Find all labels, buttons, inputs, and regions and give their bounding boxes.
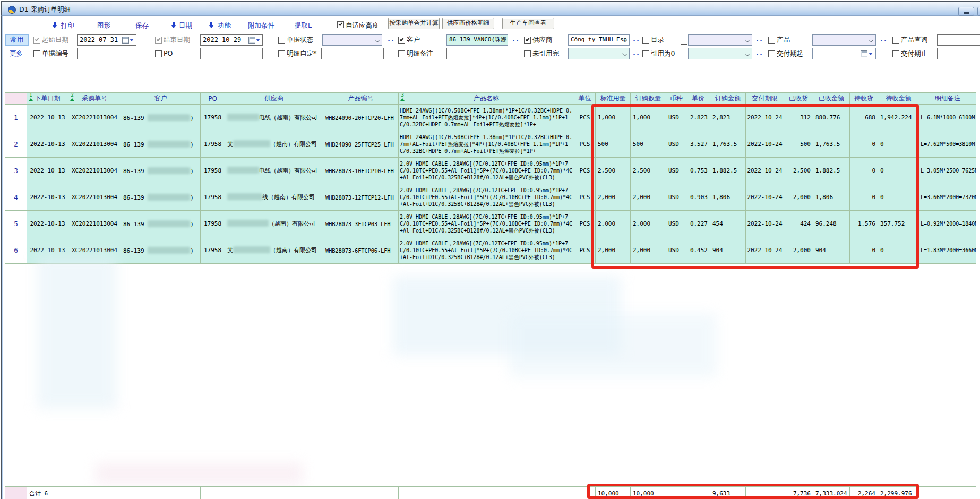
toolbar-button-2[interactable]: 供应商价格明细 (442, 18, 494, 29)
supplier-combo[interactable]: Công ty TNHH Esp (568, 34, 630, 46)
sort-indicator: 1 (28, 93, 33, 101)
fit-height-checkbox[interactable] (337, 21, 344, 28)
column-header[interactable]: 已收货 (784, 93, 813, 105)
start-date-checkbox[interactable] (33, 37, 40, 44)
totals-cell (201, 487, 225, 499)
sort-indicator: 3 (400, 93, 405, 101)
doc-status-combo[interactable] (322, 34, 382, 46)
not-ref-done-combo[interactable] (568, 48, 630, 59)
menu-item-3[interactable]: 保存 (135, 21, 149, 30)
detail-remark-checkbox[interactable] (398, 50, 405, 57)
column-header[interactable]: 币种 (666, 93, 686, 105)
cell-order-no: XC20221013004 (68, 105, 121, 131)
deliver-to-checkbox[interactable] (892, 50, 899, 57)
doc-status-checkbox[interactable] (278, 37, 285, 44)
header-label: PO (208, 95, 217, 102)
minimize-icon (964, 12, 969, 14)
totals-cell (399, 487, 574, 499)
cell-product-code: WHB28073-12FTCP12-LFH (323, 184, 399, 211)
header-label: 标准用量 (600, 94, 626, 102)
cell-remark: L=0.92M*2000=1840M (919, 211, 976, 237)
product-checkbox[interactable] (768, 37, 775, 44)
maximize-button[interactable] (977, 7, 980, 16)
detail-custom-input[interactable] (321, 48, 384, 59)
deliver-to-input[interactable] (937, 48, 980, 59)
customer-checkbox[interactable] (398, 37, 405, 44)
cell-order-no: XC20221013004 (68, 158, 121, 184)
column-header[interactable]: 订购数量 (631, 93, 666, 105)
column-header[interactable]: 3产品名称 (399, 93, 574, 105)
column-header[interactable]: 单位 (574, 93, 596, 105)
header-label: 待收货 (854, 94, 873, 102)
doc-no-input[interactable] (77, 48, 136, 59)
column-header[interactable]: 标准用量 (596, 93, 631, 105)
browse-dots[interactable]: .. (756, 49, 763, 57)
browse-dots[interactable]: .. (756, 35, 763, 43)
end-date-input[interactable]: 2022-10-29 (200, 34, 263, 46)
column-header[interactable]: 供应商 (225, 93, 323, 105)
minimize-button[interactable] (958, 7, 974, 16)
catalog-combo[interactable] (688, 34, 752, 46)
deliver-from-input[interactable] (812, 48, 876, 59)
column-header[interactable]: PO (201, 93, 225, 105)
menu-item-1[interactable]: 打印 (61, 21, 74, 30)
menu-item-6[interactable]: 附加条件 (248, 21, 274, 30)
menu-item-7[interactable]: 提取E (295, 21, 312, 30)
po-checkbox[interactable] (155, 50, 162, 57)
browse-dots[interactable]: .. (388, 35, 395, 43)
browse-dots[interactable]: .. (512, 35, 520, 43)
column-header[interactable]: 2采购单号 (68, 93, 121, 105)
ref-zero-combo[interactable] (688, 48, 752, 59)
column-header[interactable]: 已收金额 (813, 93, 850, 105)
highlight-rect-main (591, 104, 919, 269)
column-header[interactable]: 产品编号 (323, 93, 399, 105)
sort-arrow-icon (400, 98, 405, 101)
menu-item-2[interactable]: 图形 (97, 21, 110, 30)
browse-dots[interactable]: .. (880, 35, 888, 43)
column-header[interactable]: 明细备注 (919, 93, 976, 105)
chevron-down-icon (869, 38, 873, 42)
catalog-checkbox[interactable] (642, 37, 649, 44)
po-input[interactable] (200, 48, 263, 59)
not-ref-done-checkbox[interactable] (524, 50, 531, 57)
customer-combo[interactable]: 86-139 VANCO(珠海 (446, 34, 508, 46)
menu-item-4[interactable]: 日期 (179, 21, 192, 30)
column-header[interactable]: 客户 (121, 93, 201, 105)
redaction-smudge (148, 247, 190, 254)
browse-dots[interactable]: .. (633, 49, 640, 57)
cell-product-name: 2.0V HDMI CABLE，28AWG[(7C/0.12TC+FPE ID:… (399, 158, 574, 184)
cell-order-no: XC20221013004 (68, 184, 121, 211)
deliver-from-checkbox[interactable] (768, 50, 775, 57)
supplier-checkbox[interactable] (524, 37, 531, 44)
toolbar-button-1[interactable]: 按采购单合并计算 (388, 18, 440, 29)
title-bar: D1-采购订单明细 (1, 1, 980, 16)
column-header[interactable]: 1下单日期 (27, 93, 68, 105)
start-date-input[interactable]: 2022-07-31 (77, 34, 136, 46)
browse-dots[interactable]: .. (633, 35, 640, 43)
common-button[interactable]: 常用 (5, 34, 29, 46)
column-header[interactable]: 待收货 (850, 93, 878, 105)
end-date-checkbox[interactable] (155, 37, 162, 44)
doc-no-checkbox[interactable] (33, 50, 40, 57)
cell-po: 17958 (201, 184, 225, 211)
column-header[interactable]: 交付期限 (746, 93, 784, 105)
product-combo[interactable] (812, 34, 876, 46)
product-query-input[interactable] (937, 34, 980, 46)
more-button[interactable]: 更多 (10, 49, 23, 58)
cell-supplier: 电线（越南）有限公司 (225, 105, 323, 131)
column-header[interactable]: 单价 (686, 93, 710, 105)
ref-zero-checkbox[interactable] (642, 50, 649, 57)
column-header[interactable]: - (5, 93, 27, 105)
column-header[interactable]: 待收金额 (878, 93, 919, 105)
menu-item-5[interactable]: 功能 (218, 21, 231, 30)
sort-arrow-icon (70, 98, 74, 101)
detail-remark-input[interactable] (446, 48, 508, 59)
redaction-smudge (233, 140, 270, 147)
header-label: 币种 (670, 94, 683, 102)
catalog-sub-checkbox[interactable] (681, 38, 687, 45)
product-query-checkbox[interactable] (892, 37, 899, 44)
column-header[interactable]: 订购金额 (710, 93, 746, 105)
toolbar-button-3[interactable]: 生产车间查看 (502, 18, 554, 29)
highlight-rect-totals (587, 484, 919, 499)
detail-custom-checkbox[interactable] (278, 50, 285, 57)
